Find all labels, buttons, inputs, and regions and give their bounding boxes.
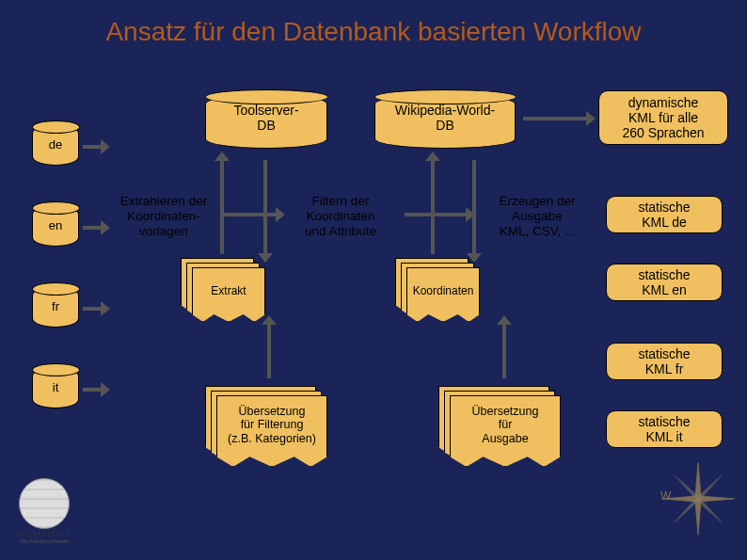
wikipedia-world-db: Wikipedia-World- DB <box>374 94 516 149</box>
output-static-fr: statische KML fr <box>606 343 723 380</box>
arrow-transfilter-up <box>267 324 271 378</box>
arrow-it <box>83 388 102 392</box>
arrow-en <box>83 226 102 230</box>
lang-db-en: en <box>32 205 79 247</box>
wikipedia-logo: WIKIPEDIA The Free Encyclopedia <box>11 478 77 544</box>
arrow-toolserver-down <box>263 160 267 254</box>
arrow-wpdb-down <box>472 160 476 254</box>
arrow-to-dynamic <box>523 117 587 120</box>
globe-icon <box>19 478 70 529</box>
arrow-extract-to-filter <box>224 213 277 216</box>
output-dynamic: dynamische KML für alle 260 Sprachen <box>598 90 728 145</box>
output-static-de: statische KML de <box>606 196 723 233</box>
arrow-fr <box>83 307 102 311</box>
toolserver-db: Toolserver- DB <box>205 94 327 149</box>
process-filter-label: Filtern der Koordinaten und Attribute <box>284 194 397 240</box>
process-generate-label: Erzeugen der Ausgabe KML, CSV, ... <box>476 194 598 240</box>
arrow-transout-up <box>502 324 506 378</box>
lang-db-de: de <box>32 124 79 166</box>
output-static-en: statische KML en <box>606 264 723 301</box>
output-static-it: statische KML it <box>606 410 723 448</box>
arrow-extrakt-up <box>220 160 224 254</box>
compass-icon: W <box>660 461 736 536</box>
page-title: Ansatz für den Datenbank basierten Workf… <box>0 0 747 55</box>
lang-db-it: it <box>32 367 79 408</box>
process-extract-label: Extrahieren der Koordinaten- vorlagen <box>107 194 220 240</box>
arrow-filter-to-generate <box>405 213 467 216</box>
arrow-de <box>83 145 102 149</box>
lang-db-fr: fr <box>32 286 79 328</box>
arrow-koord-up <box>431 160 435 254</box>
diagram-canvas: de en fr it Toolserver- DB Wikipedia-Wor… <box>0 55 747 553</box>
